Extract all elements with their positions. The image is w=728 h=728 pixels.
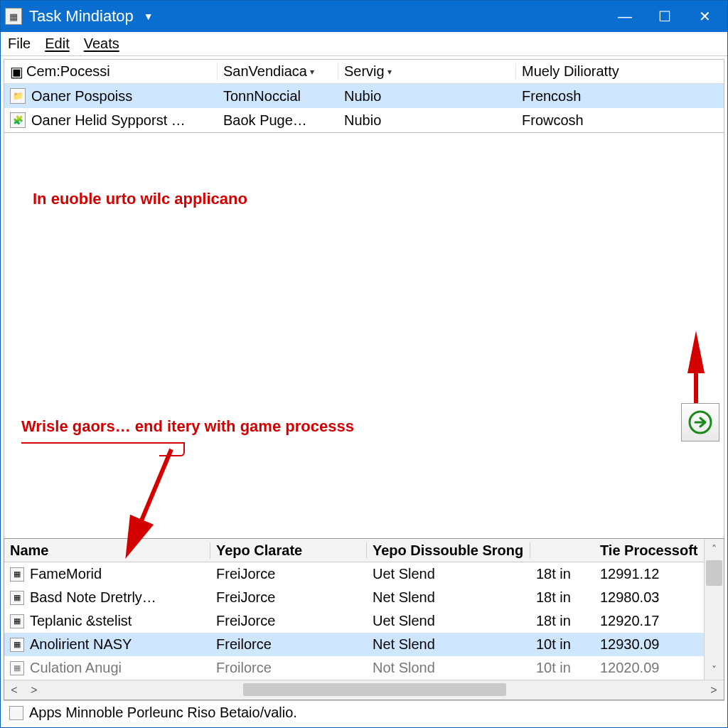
process-icon: ▣ — [10, 63, 23, 80]
chevron-down-icon: ▾ — [387, 67, 392, 77]
scroll-up-button[interactable]: ˄ — [705, 539, 724, 559]
scroll-right-end-button[interactable]: > — [704, 680, 724, 700]
upper-col-service[interactable]: Servig ▾ — [338, 63, 516, 80]
go-button[interactable] — [681, 403, 719, 441]
close-button[interactable]: ✕ — [685, 1, 724, 32]
cell: Frencosh — [516, 88, 724, 105]
lower-pane: Name Yepo Clarate Yepo Dissouble Srong T… — [4, 538, 724, 700]
lower-row[interactable]: ▦Culation Anugi Froilorce Not Slond 10t … — [4, 656, 704, 680]
menu-edit[interactable]: Edit — [45, 36, 69, 52]
cell: Uet Slend — [367, 613, 530, 629]
cell: Frowcosh — [516, 112, 724, 129]
process-name: Oaner Helid Sypporst … — [31, 112, 186, 129]
scroll-track[interactable] — [705, 587, 724, 660]
upper-col-priority[interactable]: Muely Dilioratty — [516, 63, 724, 80]
cell: TonnNoccial — [218, 88, 338, 105]
lower-col-dissouble[interactable]: Yepo Dissouble Srong — [367, 542, 530, 559]
upper-col-process[interactable]: ▣ Cem:Pocessi — [4, 63, 218, 80]
upper-empty-area: In euoble urto wilc applicano Wrisle gao… — [4, 133, 724, 538]
cell: Baok Puge… — [218, 112, 338, 129]
row-name: Teplanic &stelist — [30, 613, 132, 629]
cell: Not Slond — [367, 660, 530, 676]
upper-header-row: ▣ Cem:Pocessi SanVendiaca▾ Servig ▾ Muel… — [4, 60, 724, 84]
menu-bar: File Edit Veats — [1, 32, 727, 56]
cell: FreiJorce — [210, 613, 367, 629]
cell: Nubio — [338, 88, 516, 105]
app-icon: ▦ — [10, 614, 24, 628]
cell: Nubio — [338, 112, 516, 129]
annotation-text-1: In euoble urto wilc applicano — [33, 190, 247, 208]
folder-icon: 📁 — [10, 88, 26, 104]
scroll-right-button[interactable]: > — [24, 680, 44, 700]
maximize-button[interactable]: ☐ — [645, 1, 685, 32]
row-name: Culation Anugi — [30, 660, 122, 676]
scroll-left-button[interactable]: < — [4, 680, 24, 700]
cell: 12930.09 — [594, 636, 704, 653]
cell: Froilorce — [210, 660, 367, 676]
cell: 12991.12 — [594, 566, 704, 582]
app-window: ▦ Task Mindiatop ▼ — ☐ ✕ File Edit Veats… — [0, 0, 728, 728]
status-text: Apps Minnoble Porleunc Riso Betaio/valio… — [29, 705, 297, 721]
row-name: Basd Note Dretrly… — [30, 589, 156, 606]
chevron-down-icon: ▾ — [310, 67, 314, 77]
cell: 10t in — [530, 636, 594, 653]
app-icon: ▦ — [10, 661, 24, 675]
app-icon: ▦ — [10, 638, 24, 652]
cell: Net Slend — [367, 589, 530, 606]
upper-col-vendor[interactable]: SanVendiaca▾ — [218, 63, 338, 80]
cell: 12980.03 — [594, 589, 704, 606]
arrow-diagonal-icon — [168, 446, 253, 552]
horizontal-scrollbar[interactable]: < > > — [4, 680, 724, 700]
title-dropdown-icon[interactable]: ▼ — [144, 11, 154, 22]
app-icon: ▦ — [10, 591, 24, 605]
cell: 18t in — [530, 566, 594, 582]
cell: 12920.17 — [594, 613, 704, 629]
cell: FreiJorce — [210, 589, 367, 606]
cell: Uet Slend — [367, 566, 530, 582]
row-name: Anolirient NASY — [30, 636, 132, 653]
lower-row[interactable]: ▦FameMorid FreiJorce Uet Slend 18t in 12… — [4, 562, 704, 586]
upper-pane: ▣ Cem:Pocessi SanVendiaca▾ Servig ▾ Muel… — [4, 59, 724, 133]
menu-veats[interactable]: Veats — [84, 36, 119, 52]
status-bar: Apps Minnoble Porleunc Riso Betaio/valio… — [4, 700, 724, 724]
cell: 10t in — [530, 660, 594, 676]
cell: 18t in — [530, 613, 594, 629]
scroll-down-button[interactable]: ˅ — [705, 660, 724, 680]
scroll-thumb[interactable] — [243, 683, 506, 696]
cell: Net Slend — [367, 636, 530, 653]
lower-header-row: Name Yepo Clarate Yepo Dissouble Srong T… — [4, 539, 704, 562]
cell: FreiJorce — [210, 566, 367, 582]
lower-row[interactable]: ▦Basd Note Dretrly… FreiJorce Net Slend … — [4, 586, 704, 609]
minimize-button[interactable]: — — [605, 1, 645, 32]
title-bar[interactable]: ▦ Task Mindiatop ▼ — ☐ ✕ — [1, 1, 727, 32]
annotation-text-2: Wrisle gaors… end itery with game proces… — [21, 417, 354, 436]
status-icon — [9, 706, 23, 720]
cell: Freilorce — [210, 636, 367, 653]
lower-col-processoft[interactable]: Tie Processoft — [594, 542, 704, 559]
process-name: Oaner Pospoiss — [31, 88, 132, 105]
lower-table: Name Yepo Clarate Yepo Dissouble Srong T… — [4, 539, 704, 680]
arrow-right-circle-icon — [688, 410, 712, 434]
upper-row[interactable]: 🧩Oaner Helid Sypporst … Baok Puge… Nubio… — [4, 108, 724, 132]
program-icon: 🧩 — [10, 112, 26, 128]
vertical-scrollbar[interactable]: ˄ ˅ — [704, 539, 724, 680]
row-name: FameMorid — [30, 566, 102, 582]
app-icon: ▦ — [5, 8, 22, 25]
upper-row[interactable]: 📁Oaner Pospoiss TonnNoccial Nubio Frenco… — [4, 84, 724, 108]
scroll-track[interactable] — [44, 680, 704, 700]
lower-row[interactable]: ▦Anolirient NASY Freilorce Net Slend 10t… — [4, 633, 704, 656]
menu-file[interactable]: File — [8, 36, 31, 52]
cell: 12020.09 — [594, 660, 704, 676]
app-icon: ▦ — [10, 567, 24, 582]
svg-line-1 — [129, 449, 171, 551]
window-title: Task Mindiatop — [29, 7, 134, 26]
cell: 18t in — [530, 589, 594, 606]
scroll-thumb[interactable] — [706, 560, 722, 586]
lower-row[interactable]: ▦Teplanic &stelist FreiJorce Uet Slend 1… — [4, 609, 704, 633]
